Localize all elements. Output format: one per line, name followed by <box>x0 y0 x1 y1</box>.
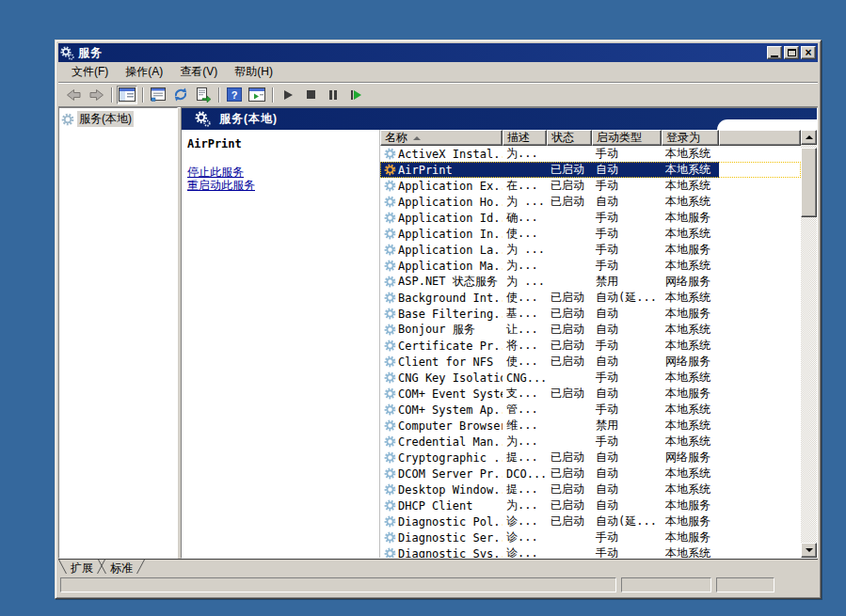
column-header-description[interactable]: 描述 <box>503 130 547 146</box>
service-startup-type: 自动 <box>592 306 662 322</box>
column-header-status[interactable]: 状态 <box>547 130 592 146</box>
restart-service-link[interactable]: 重启动此服务 <box>187 179 374 192</box>
service-logon-as: 本地系统 <box>662 545 719 558</box>
service-name: AirPrint <box>398 164 453 177</box>
column-header-startup-type[interactable]: 启动类型 <box>592 130 662 146</box>
service-gear-icon <box>384 435 396 448</box>
table-row[interactable]: CNG Key Isolation CNG... 手动 本地系统 <box>380 370 801 386</box>
service-status: 已启动 <box>547 338 592 354</box>
service-startup-type: 手动 <box>592 242 662 258</box>
service-logon-as: 本地系统 <box>662 146 719 162</box>
table-row[interactable]: Application La... 为 ... 手动 本地服务 <box>380 242 801 258</box>
table-row[interactable]: Application Id... 确... 手动 本地服务 <box>380 210 801 226</box>
start-service-button[interactable] <box>278 86 298 104</box>
pause-icon <box>329 90 337 100</box>
table-row[interactable]: Certificate Pr... 将... 已启动 手动 本地系统 <box>380 338 801 354</box>
table-row[interactable]: ASP.NET 状态服务 为 ... 禁用 网络服务 <box>380 274 801 290</box>
column-header-name[interactable]: 名称 <box>380 130 503 146</box>
scroll-down-button[interactable] <box>801 543 817 558</box>
table-row[interactable]: Base Filtering... 基... 已启动 自动 本地服务 <box>380 306 801 322</box>
table-row[interactable]: Credential Man... 为... 手动 本地系统 <box>380 434 801 450</box>
tab-standard[interactable]: 标准 <box>103 560 140 574</box>
status-section-main <box>60 577 616 592</box>
scroll-up-button[interactable] <box>801 130 817 145</box>
show-console-tree-button[interactable] <box>117 86 137 104</box>
service-gear-icon <box>384 164 396 176</box>
column-header-logon-as[interactable]: 登录为 <box>662 130 719 146</box>
tree-item-services-local[interactable]: 服务(本地) <box>59 108 177 130</box>
stop-service-button[interactable] <box>300 86 321 104</box>
scroll-down-icon <box>806 548 813 552</box>
table-row[interactable]: DHCP Client 为... 已启动 自动 本地服务 <box>380 498 801 513</box>
table-row[interactable]: COM+ Event System 支... 已启动 自动 本地服务 <box>380 386 801 402</box>
table-row[interactable]: DCOM Server Pr... DCO... 已启动 自动 本地系统 <box>380 466 801 482</box>
close-button[interactable]: × <box>801 46 816 59</box>
table-row[interactable]: Application Ho... 为 ... 已启动 自动 本地系统 <box>380 194 801 210</box>
service-status <box>547 402 592 418</box>
scrollbar-thumb[interactable] <box>801 148 817 217</box>
service-status <box>547 545 592 558</box>
service-logon-as: 本地系统 <box>662 338 719 354</box>
minimize-button[interactable] <box>767 46 782 59</box>
service-name: Base Filtering... <box>398 308 503 321</box>
services-list: 名称 描述 状态 启动类型 登录为 ActiveX Instal... 为 <box>379 130 801 558</box>
table-row[interactable]: Desktop Window... 提... 已启动 自动 本地系统 <box>380 482 801 498</box>
taskpad-view-button[interactable] <box>247 86 267 104</box>
table-row[interactable]: Application Ma... 为... 手动 本地系统 <box>380 258 801 274</box>
service-startup-type: 自动 <box>592 386 662 402</box>
stop-service-link[interactable]: 停止此服务 <box>187 166 374 179</box>
service-status: 已启动 <box>547 466 592 482</box>
service-logon-as: 本地系统 <box>662 258 719 274</box>
service-name: Cryptographic ... <box>398 451 503 465</box>
back-button[interactable] <box>63 86 84 104</box>
properties-button[interactable] <box>148 86 168 104</box>
table-row[interactable]: Diagnostic Pol... 诊... 已启动 自动(延... 本地服务 <box>380 513 801 529</box>
service-status: 已启动 <box>547 162 592 178</box>
table-row[interactable]: Cryptographic ... 提... 已启动 自动 网络服务 <box>380 450 801 466</box>
service-description: 使... <box>503 354 547 370</box>
menu-help[interactable]: 帮助(H) <box>227 62 280 82</box>
scrollbar-track[interactable] <box>801 217 817 543</box>
service-status: 已启动 <box>547 386 592 402</box>
menu-action[interactable]: 操作(A) <box>118 62 170 82</box>
table-row[interactable]: ActiveX Instal... 为... 手动 本地系统 <box>380 146 801 162</box>
service-logon-as: 本地服务 <box>662 386 719 402</box>
service-startup-type: 自动 <box>592 482 662 498</box>
help-button[interactable]: ? <box>224 86 245 104</box>
banner-title: 服务(本地) <box>219 111 278 127</box>
table-row[interactable]: Diagnostic Ser... 诊... 手动 本地服务 <box>380 529 801 545</box>
service-description: 诊... <box>503 545 547 558</box>
pause-service-button[interactable] <box>323 86 343 104</box>
vertical-scrollbar[interactable] <box>801 130 817 558</box>
sort-ascending-icon <box>413 136 421 140</box>
table-row[interactable]: COM+ System Ap... 管... 手动 本地系统 <box>380 402 801 418</box>
service-gear-icon <box>384 244 396 256</box>
refresh-button[interactable] <box>170 86 191 104</box>
service-gear-icon <box>384 531 396 544</box>
menu-view[interactable]: 查看(V) <box>172 62 225 82</box>
table-row[interactable]: Application In... 使... 手动 本地系统 <box>380 226 801 242</box>
table-row[interactable]: Computer Browser 维... 禁用 本地系统 <box>380 418 801 434</box>
export-list-button[interactable] <box>193 86 214 104</box>
restart-service-button[interactable] <box>345 86 366 104</box>
maximize-button[interactable] <box>784 46 799 59</box>
table-row[interactable]: Application Ex... 在... 已启动 手动 本地系统 <box>380 178 801 194</box>
table-row[interactable]: Background Int... 使... 已启动 自动(延... 本地系统 <box>380 290 801 306</box>
menu-file[interactable]: 文件(F) <box>64 62 116 82</box>
service-description <box>503 162 547 178</box>
service-status: 已启动 <box>547 482 592 498</box>
service-gear-icon <box>384 212 396 224</box>
forward-button[interactable] <box>86 86 106 104</box>
table-row[interactable]: AirPrint 已启动 自动 本地系统 <box>380 162 801 178</box>
title-bar[interactable]: 服务 × <box>58 43 818 62</box>
service-name: Diagnostic Pol... <box>398 515 503 529</box>
service-status: 已启动 <box>547 354 592 370</box>
tab-extended[interactable]: 扩展 <box>63 560 101 574</box>
table-row[interactable]: Bonjour 服务 让... 已启动 自动 本地系统 <box>380 322 801 338</box>
service-status: 已启动 <box>547 450 592 466</box>
service-gear-icon <box>384 483 396 496</box>
service-logon-as: 本地系统 <box>662 322 719 338</box>
service-startup-type: 手动 <box>592 529 662 545</box>
table-row[interactable]: Client for NFS 使... 已启动 自动 网络服务 <box>380 354 801 370</box>
table-row[interactable]: Diagnostic Sys... 诊... 手动 本地系统 <box>380 545 801 558</box>
